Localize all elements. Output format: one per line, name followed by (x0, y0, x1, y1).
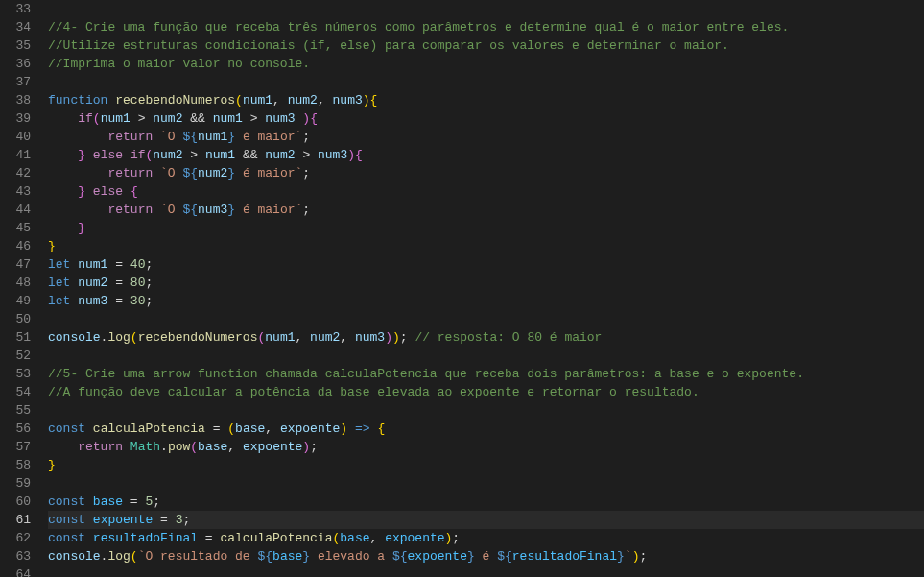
code-line[interactable] (48, 73, 924, 91)
line-number: 36 (0, 55, 31, 73)
line-number: 41 (0, 146, 31, 164)
line-number: 49 (0, 292, 31, 310)
code-line[interactable] (48, 474, 924, 493)
line-number: 42 (0, 164, 31, 182)
code-line[interactable]: } else { (48, 182, 924, 201)
code-line[interactable]: } else if(num2 > num1 && num2 > num3){ (48, 146, 924, 164)
code-line[interactable]: if(num1 > num2 && num1 > num3 ){ (48, 109, 924, 128)
line-number: 47 (0, 255, 31, 274)
code-line[interactable]: const expoente = 3; (48, 511, 924, 529)
code-line[interactable]: const base = 5; (48, 493, 924, 511)
line-number: 33 (0, 0, 31, 18)
code-line[interactable]: //4- Crie uma função que receba três núm… (48, 18, 924, 36)
line-number: 57 (0, 438, 31, 456)
code-line[interactable]: return `O ${num2} é maior`; (48, 164, 924, 182)
code-line[interactable]: } (48, 219, 924, 237)
line-number: 55 (0, 401, 31, 420)
line-number: 51 (0, 328, 31, 347)
code-line[interactable]: function recebendoNumeros(num1, num2, nu… (48, 91, 924, 109)
code-line[interactable] (48, 347, 924, 365)
line-number: 39 (0, 109, 31, 128)
code-line[interactable]: //A função deve calcular a potência da b… (48, 383, 924, 401)
line-number-gutter: 3334353637383940414243444546474849505152… (0, 0, 48, 577)
code-line[interactable]: return Math.pow(base, expoente); (48, 438, 924, 456)
code-line[interactable]: return `O ${num1} é maior`; (48, 128, 924, 146)
line-number: 45 (0, 219, 31, 237)
code-line[interactable] (48, 0, 924, 18)
line-number: 40 (0, 128, 31, 146)
line-number: 63 (0, 547, 31, 565)
line-number: 34 (0, 18, 31, 36)
line-number: 59 (0, 474, 31, 493)
line-number: 44 (0, 201, 31, 219)
line-number: 64 (0, 565, 31, 577)
code-line[interactable]: let num3 = 30; (48, 292, 924, 310)
code-area[interactable]: //4- Crie uma função que receba três núm… (48, 0, 924, 577)
code-line[interactable]: //Imprima o maior valor no console. (48, 55, 924, 73)
code-line[interactable]: return `O ${num3} é maior`; (48, 201, 924, 219)
line-number: 37 (0, 73, 31, 91)
line-number: 52 (0, 347, 31, 365)
line-number: 35 (0, 36, 31, 55)
code-line[interactable] (48, 565, 924, 577)
code-line[interactable]: } (48, 456, 924, 474)
code-line[interactable]: const resultadoFinal = calculaPotencia(b… (48, 529, 924, 547)
code-line[interactable]: } (48, 237, 924, 255)
line-number: 50 (0, 310, 31, 328)
line-number: 62 (0, 529, 31, 547)
line-number: 48 (0, 274, 31, 292)
code-line[interactable]: const calculaPotencia = (base, expoente)… (48, 420, 924, 438)
code-line[interactable]: console.log(`O resultado de ${base} elev… (48, 547, 924, 565)
line-number: 38 (0, 91, 31, 109)
line-number: 53 (0, 365, 31, 383)
code-line[interactable]: let num1 = 40; (48, 255, 924, 274)
line-number: 54 (0, 383, 31, 401)
code-line[interactable] (48, 310, 924, 328)
line-number: 43 (0, 182, 31, 201)
line-number: 56 (0, 420, 31, 438)
code-line[interactable] (48, 401, 924, 420)
code-line[interactable]: console.log(recebendoNumeros(num1, num2,… (48, 328, 924, 347)
line-number: 46 (0, 237, 31, 255)
code-line[interactable]: let num2 = 80; (48, 274, 924, 292)
line-number: 60 (0, 493, 31, 511)
code-line[interactable]: //Utilize estruturas condicionais (if, e… (48, 36, 924, 55)
code-editor[interactable]: 3334353637383940414243444546474849505152… (0, 0, 924, 577)
line-number: 61 (0, 511, 31, 529)
code-line[interactable]: //5- Crie uma arrow function chamada cal… (48, 365, 924, 383)
line-number: 58 (0, 456, 31, 474)
